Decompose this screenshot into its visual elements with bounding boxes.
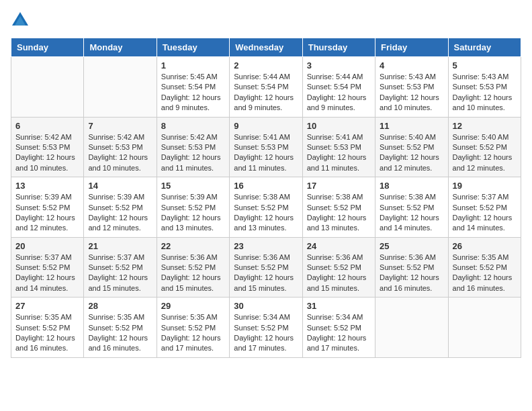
calendar-cell: 12 Sunrise: 5:40 AM Sunset: 5:52 PM Dayl…	[448, 117, 521, 177]
weekday-header-row: SundayMondayTuesdayWednesdayThursdayFrid…	[11, 38, 521, 57]
calendar-cell: 5 Sunrise: 5:43 AM Sunset: 5:53 PM Dayli…	[448, 57, 521, 118]
calendar-cell	[375, 298, 448, 358]
daylight-label: Daylight: 12 hours and 11 minutes.	[161, 153, 221, 171]
daylight-label: Daylight: 12 hours and 12 minutes.	[380, 153, 439, 171]
day-info: Sunrise: 5:36 AM Sunset: 5:52 PM Dayligh…	[380, 253, 443, 294]
calendar-cell: 15 Sunrise: 5:39 AM Sunset: 5:52 PM Dayl…	[157, 177, 229, 238]
daylight-label: Daylight: 12 hours and 14 minutes.	[453, 214, 513, 232]
sunrise-label: Sunrise: 5:40 AM	[453, 133, 509, 141]
sunrise-label: Sunrise: 5:37 AM	[15, 253, 72, 261]
sunset-label: Sunset: 5:54 PM	[307, 83, 361, 91]
sunset-label: Sunset: 5:52 PM	[453, 143, 507, 151]
day-info: Sunrise: 5:36 AM Sunset: 5:52 PM Dayligh…	[161, 253, 225, 294]
day-info: Sunrise: 5:34 AM Sunset: 5:52 PM Dayligh…	[234, 312, 298, 354]
daylight-label: Daylight: 12 hours and 9 minutes.	[307, 93, 367, 111]
sunset-label: Sunset: 5:52 PM	[88, 203, 142, 212]
sunrise-label: Sunrise: 5:34 AM	[234, 313, 290, 321]
day-number: 18	[380, 181, 443, 191]
day-number: 24	[307, 241, 371, 251]
sunset-label: Sunset: 5:52 PM	[453, 203, 507, 212]
calendar-cell: 6 Sunrise: 5:42 AM Sunset: 5:53 PM Dayli…	[11, 117, 84, 177]
calendar-cell: 26 Sunrise: 5:35 AM Sunset: 5:52 PM Dayl…	[448, 237, 521, 298]
sunrise-label: Sunrise: 5:41 AM	[307, 133, 363, 141]
sunset-label: Sunset: 5:53 PM	[453, 83, 507, 91]
calendar-cell: 14 Sunrise: 5:39 AM Sunset: 5:52 PM Dayl…	[84, 177, 157, 238]
sunrise-label: Sunrise: 5:36 AM	[234, 253, 290, 261]
week-row-3: 13 Sunrise: 5:39 AM Sunset: 5:52 PM Dayl…	[11, 177, 521, 238]
sunset-label: Sunset: 5:52 PM	[88, 263, 142, 271]
calendar-cell: 20 Sunrise: 5:37 AM Sunset: 5:52 PM Dayl…	[11, 237, 84, 298]
weekday-header-wednesday: Wednesday	[230, 38, 302, 57]
weekday-header-friday: Friday	[375, 38, 448, 57]
sunset-label: Sunset: 5:52 PM	[15, 324, 70, 332]
day-number: 20	[15, 241, 79, 251]
week-row-2: 6 Sunrise: 5:42 AM Sunset: 5:53 PM Dayli…	[11, 117, 521, 177]
day-info: Sunrise: 5:40 AM Sunset: 5:52 PM Dayligh…	[453, 132, 517, 174]
day-number: 28	[88, 301, 152, 311]
sunset-label: Sunset: 5:52 PM	[88, 324, 142, 332]
day-info: Sunrise: 5:45 AM Sunset: 5:54 PM Dayligh…	[161, 72, 225, 113]
daylight-label: Daylight: 12 hours and 10 minutes.	[88, 153, 148, 171]
calendar-cell: 27 Sunrise: 5:35 AM Sunset: 5:52 PM Dayl…	[11, 298, 84, 358]
day-number: 12	[453, 121, 517, 131]
day-number: 9	[234, 121, 298, 131]
sunset-label: Sunset: 5:54 PM	[161, 83, 216, 91]
calendar-cell: 13 Sunrise: 5:39 AM Sunset: 5:52 PM Dayl…	[11, 177, 84, 238]
sunrise-label: Sunrise: 5:35 AM	[453, 253, 509, 261]
day-info: Sunrise: 5:35 AM Sunset: 5:52 PM Dayligh…	[88, 312, 152, 354]
sunrise-label: Sunrise: 5:42 AM	[15, 133, 72, 141]
calendar-cell: 2 Sunrise: 5:44 AM Sunset: 5:54 PM Dayli…	[230, 57, 302, 118]
daylight-label: Daylight: 12 hours and 14 minutes.	[15, 273, 75, 291]
sunrise-label: Sunrise: 5:36 AM	[161, 253, 218, 261]
day-number: 30	[234, 301, 298, 311]
sunrise-label: Sunrise: 5:45 AM	[161, 73, 218, 81]
sunset-label: Sunset: 5:53 PM	[234, 143, 288, 151]
daylight-label: Daylight: 12 hours and 16 minutes.	[88, 334, 148, 352]
daylight-label: Daylight: 12 hours and 13 minutes.	[234, 214, 294, 232]
day-number: 5	[453, 60, 517, 71]
day-info: Sunrise: 5:42 AM Sunset: 5:53 PM Dayligh…	[15, 132, 79, 174]
sunset-label: Sunset: 5:52 PM	[161, 203, 216, 212]
day-number: 4	[380, 60, 443, 71]
sunset-label: Sunset: 5:52 PM	[15, 203, 70, 212]
day-info: Sunrise: 5:34 AM Sunset: 5:52 PM Dayligh…	[307, 312, 371, 354]
logo-icon	[11, 11, 30, 30]
day-info: Sunrise: 5:35 AM Sunset: 5:52 PM Dayligh…	[15, 312, 79, 354]
calendar-cell: 10 Sunrise: 5:41 AM Sunset: 5:53 PM Dayl…	[302, 117, 375, 177]
daylight-label: Daylight: 12 hours and 13 minutes.	[307, 214, 367, 232]
day-info: Sunrise: 5:38 AM Sunset: 5:52 PM Dayligh…	[234, 192, 298, 234]
sunset-label: Sunset: 5:52 PM	[234, 324, 288, 332]
day-info: Sunrise: 5:37 AM Sunset: 5:52 PM Dayligh…	[88, 253, 152, 294]
sunset-label: Sunset: 5:54 PM	[234, 83, 288, 91]
calendar-cell: 18 Sunrise: 5:38 AM Sunset: 5:52 PM Dayl…	[375, 177, 448, 238]
day-number: 3	[307, 60, 371, 71]
weekday-header-sunday: Sunday	[11, 38, 84, 57]
day-info: Sunrise: 5:41 AM Sunset: 5:53 PM Dayligh…	[234, 132, 298, 174]
sunrise-label: Sunrise: 5:37 AM	[453, 193, 509, 201]
day-number: 7	[88, 121, 152, 131]
sunrise-label: Sunrise: 5:42 AM	[88, 133, 144, 141]
sunset-label: Sunset: 5:52 PM	[453, 263, 507, 271]
day-number: 31	[307, 301, 371, 311]
day-info: Sunrise: 5:43 AM Sunset: 5:53 PM Dayligh…	[453, 72, 517, 113]
daylight-label: Daylight: 12 hours and 11 minutes.	[307, 153, 367, 171]
day-number: 22	[161, 241, 225, 251]
day-number: 1	[161, 60, 225, 71]
sunrise-label: Sunrise: 5:41 AM	[234, 133, 290, 141]
day-info: Sunrise: 5:35 AM Sunset: 5:52 PM Dayligh…	[161, 312, 225, 354]
day-number: 21	[88, 241, 152, 251]
weekday-header-monday: Monday	[84, 38, 157, 57]
daylight-label: Daylight: 12 hours and 15 minutes.	[234, 273, 294, 291]
daylight-label: Daylight: 12 hours and 15 minutes.	[161, 273, 221, 291]
calendar-cell: 21 Sunrise: 5:37 AM Sunset: 5:52 PM Dayl…	[84, 237, 157, 298]
sunset-label: Sunset: 5:53 PM	[88, 143, 142, 151]
daylight-label: Daylight: 12 hours and 15 minutes.	[88, 273, 148, 291]
calendar: SundayMondayTuesdayWednesdayThursdayFrid…	[11, 38, 521, 358]
day-info: Sunrise: 5:39 AM Sunset: 5:52 PM Dayligh…	[15, 192, 79, 234]
calendar-cell: 25 Sunrise: 5:36 AM Sunset: 5:52 PM Dayl…	[375, 237, 448, 298]
weekday-header-thursday: Thursday	[302, 38, 375, 57]
daylight-label: Daylight: 12 hours and 12 minutes.	[453, 153, 513, 171]
day-number: 23	[234, 241, 298, 251]
sunset-label: Sunset: 5:52 PM	[234, 263, 288, 271]
day-number: 26	[453, 241, 517, 251]
